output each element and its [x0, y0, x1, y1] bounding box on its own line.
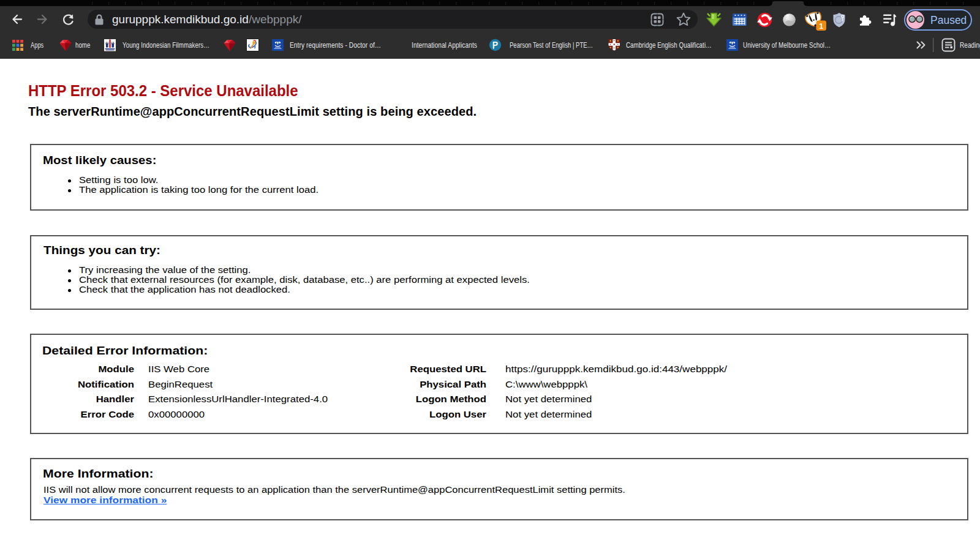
svg-text:1: 1 — [819, 22, 823, 31]
